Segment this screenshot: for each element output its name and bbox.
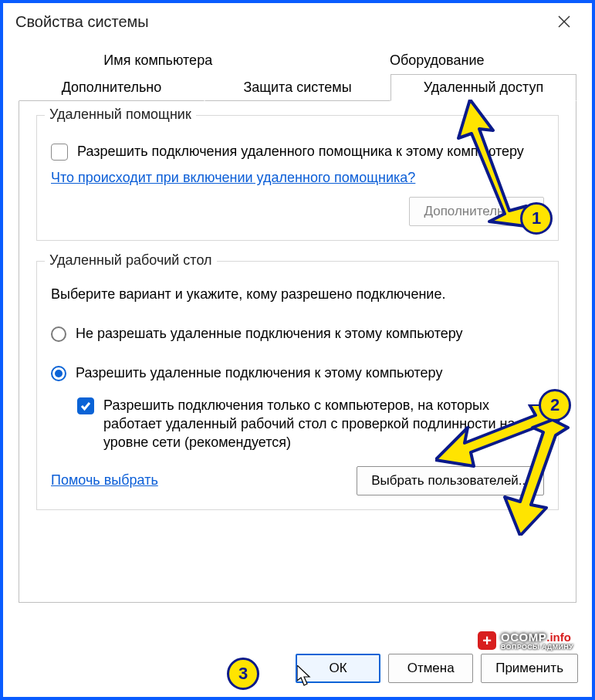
radio-deny[interactable] [51,326,66,342]
close-button[interactable] [549,6,580,37]
checkbox-row-nla: Разрешить подключения только с компьютер… [77,396,544,452]
link-help-choose[interactable]: Помочь выбрать [51,472,158,489]
radio-deny-label[interactable]: Не разрешать удаленные подключения к это… [76,324,463,343]
window-title: Свойства системы [15,13,549,31]
group-remote-desktop: Удаленный рабочий стол Выберите вариант … [36,261,559,509]
tab-page-remote: Удаленный помощник Разрешить подключения… [19,101,576,603]
tab-row-2: Дополнительно Защита системы Удаленный д… [19,74,576,101]
checkbox-nla-label[interactable]: Разрешить подключения только с компьютер… [103,396,544,452]
plus-icon: + [478,631,496,650]
tab-row-1: Имя компьютера Оборудование [19,48,576,74]
titlebar: Свойства системы [3,3,592,40]
desktop-description: Выберите вариант и укажите, кому разреше… [51,286,544,303]
radio-allow[interactable] [51,366,66,381]
svg-marker-5 [297,665,309,685]
annotation-badge-3: 3 [227,658,259,690]
watermark-info: .info [546,631,571,644]
group-remote-assistance: Удаленный помощник Разрешить подключения… [36,115,559,241]
cursor-icon [297,665,313,687]
group-legend-desktop: Удаленный рабочий стол [45,252,217,269]
checkmark-icon [80,401,91,411]
tab-hardware[interactable]: Оборудование [298,48,577,74]
checkbox-nla[interactable] [77,397,94,414]
annotation-badge-2: 2 [539,389,571,421]
watermark-sub: ВОПРОСЫ АДМИНУ [501,644,573,651]
watermark-ocomp: + OCOMP.info ВОПРОСЫ АДМИНУ [478,631,573,651]
tab-advanced[interactable]: Дополнительно [19,74,205,101]
button-select-users[interactable]: Выбрать пользователей... [357,466,544,495]
checkbox-row-allow-assist: Разрешить подключения удаленного помощни… [51,142,544,161]
checkbox-allow-assist[interactable] [51,144,68,161]
radio-allow-label[interactable]: Разрешить удаленные подключения к этому … [76,364,442,382]
apply-button[interactable]: Применить [481,654,578,683]
system-properties-window: Свойства системы Имя компьютера Оборудов… [0,0,595,700]
help-link-row-assist: Что происходит при включении удаленного … [51,170,544,186]
radio-row-deny: Не разрешать удаленные подключения к это… [51,324,544,343]
close-icon [557,15,571,29]
group-legend-assist: Удаленный помощник [45,107,196,123]
tab-system-protection[interactable]: Защита системы [205,74,390,101]
tab-remote[interactable]: Удаленный доступ [390,74,576,101]
desktop-footer: Помочь выбрать Выбрать пользователей... [51,466,544,495]
tab-control: Имя компьютера Оборудование Дополнительн… [3,40,592,603]
tab-computer-name[interactable]: Имя компьютера [19,48,298,74]
radio-row-allow: Разрешить удаленные подключения к этому … [51,364,544,382]
annotation-badge-1: 1 [520,202,553,235]
cancel-button[interactable]: Отмена [388,654,473,683]
dialog-button-row: ОК Отмена Применить [296,654,578,683]
watermark-main: OCOMP [501,631,546,644]
checkbox-allow-assist-label[interactable]: Разрешить подключения удаленного помощни… [77,142,524,161]
link-what-happens[interactable]: Что происходит при включении удаленного … [51,170,415,185]
